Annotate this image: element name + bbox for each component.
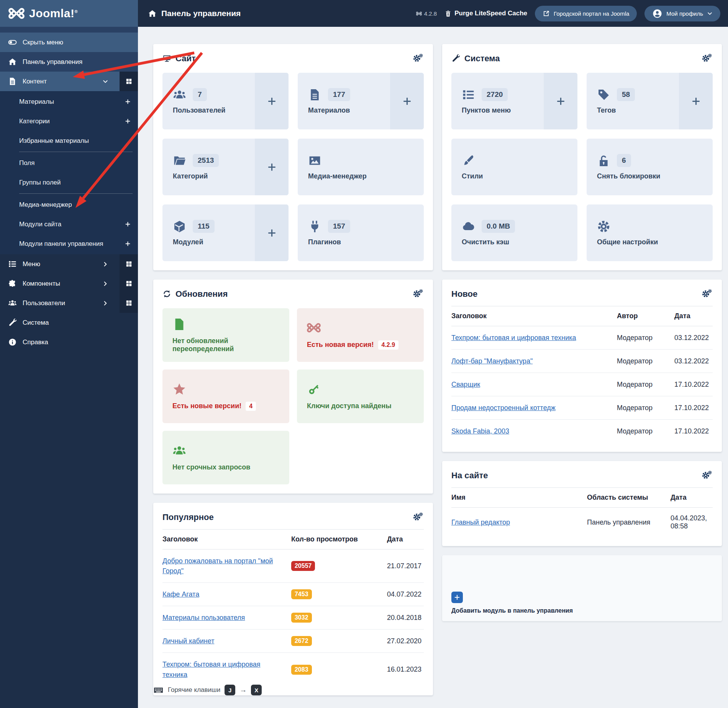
update-status-tile[interactable]: Нет срочных запросов xyxy=(162,431,289,484)
site-preview-button[interactable]: Городской портал на Joomla xyxy=(535,6,637,21)
panel-title: На сайте xyxy=(451,471,488,481)
table-row: Продам недостроенный коттедж Модератор 1… xyxy=(451,396,713,420)
dashboard-tile: 58 Тегов xyxy=(587,73,713,129)
add-module-card[interactable]: Добавить модуль в панель управления xyxy=(442,555,722,621)
tile-label: Общие настройки xyxy=(597,238,713,246)
page-title: Панель управления xyxy=(161,9,241,18)
submenu-item-label: Избранные материалы xyxy=(19,137,133,145)
dashboard-tile: 7 Пользователей xyxy=(162,73,289,129)
profile-menu-button[interactable]: Мой профиль xyxy=(644,6,720,21)
article-link[interactable]: Добро пожаловать на портал "мой Город" xyxy=(162,557,273,575)
tile-link[interactable]: 177 Материалов xyxy=(298,73,390,129)
update-status-tile[interactable]: Есть новые версии! 4 xyxy=(162,370,289,423)
article-link[interactable]: Skoda Fabia, 2003 xyxy=(451,427,509,435)
article-link[interactable]: Кафе Агата xyxy=(162,590,199,598)
article-link[interactable]: Сварщик xyxy=(451,381,480,388)
article-link[interactable]: Продам недостроенный коттедж xyxy=(451,404,556,412)
purge-cache-button[interactable]: Purge LiteSpeed Cache xyxy=(444,10,527,17)
panel-settings-icon[interactable] xyxy=(413,512,424,522)
user-link[interactable]: Главный редактор xyxy=(451,518,510,526)
article-link[interactable]: Лофт-бар "Мануфактура" xyxy=(451,357,533,365)
sidebar-item-system[interactable]: Система xyxy=(0,313,138,332)
article-link[interactable]: Личный кабинет xyxy=(162,637,214,645)
components-dashboard-button[interactable] xyxy=(120,274,138,293)
users-dashboard-button[interactable] xyxy=(120,293,138,313)
info-icon xyxy=(8,338,17,347)
dashboard-tile: Общие настройки xyxy=(587,204,713,261)
update-status-tile[interactable]: Ключи доступа найдены xyxy=(297,370,424,423)
submenu-item[interactable]: Медиа-менеджер xyxy=(0,195,138,214)
tile-link[interactable]: 0.0 MB Очистить кэш xyxy=(451,204,577,261)
sidebar-hide-menu[interactable]: Скрыть меню xyxy=(0,33,138,52)
tile-add-button[interactable] xyxy=(255,73,289,129)
hotkeys-hint: Горячие клавиши J → X xyxy=(153,685,262,695)
tile-link[interactable]: 58 Тегов xyxy=(587,73,679,129)
dashboard-tile: 177 Материалов xyxy=(298,73,424,129)
tile-link[interactable]: Общие настройки xyxy=(587,204,713,261)
panel-settings-icon[interactable] xyxy=(413,53,424,64)
submenu-item[interactable]: Модули панели управления xyxy=(0,234,138,253)
sidebar-item-menus[interactable]: Меню xyxy=(0,254,138,274)
date-cell: 16.01.2023 xyxy=(387,653,424,686)
date-cell: 03.12.2022 xyxy=(674,326,713,350)
tile-link[interactable]: 2720 Пунктов меню xyxy=(451,73,544,129)
views-badge: 20557 xyxy=(291,561,315,571)
tile-add-button[interactable] xyxy=(679,73,713,129)
add-new-icon[interactable] xyxy=(125,221,131,227)
submenu-item[interactable]: Материалы xyxy=(0,92,138,111)
submenu-item[interactable]: Поля xyxy=(0,153,138,173)
update-status-tile[interactable]: Есть новая версия! 4.2.9 xyxy=(297,308,424,362)
tile-link[interactable]: 157 Плагинов xyxy=(298,204,424,261)
tile-add-button[interactable] xyxy=(255,204,289,261)
date-cell: 04.07.2022 xyxy=(387,583,424,606)
submenu-item[interactable]: Избранные материалы xyxy=(0,131,138,150)
add-new-icon[interactable] xyxy=(125,118,131,124)
panel-settings-icon[interactable] xyxy=(702,470,713,481)
tile-label: Стили xyxy=(462,172,577,180)
tile-add-button[interactable] xyxy=(255,139,289,195)
article-link[interactable]: Техпром: бытовая и цифровая техника xyxy=(162,661,261,678)
grid-icon xyxy=(125,299,133,307)
tile-add-button[interactable] xyxy=(390,73,424,129)
panel-settings-icon[interactable] xyxy=(413,289,424,299)
tile-label: Очистить кэш xyxy=(462,238,577,246)
submenu-item[interactable]: Модули сайта xyxy=(0,214,138,234)
tile-add-button[interactable] xyxy=(544,73,577,129)
tile-link[interactable]: 2513 Категорий xyxy=(162,139,255,195)
joomla-icon xyxy=(307,321,321,335)
sidebar-item-components[interactable]: Компоненты xyxy=(0,274,138,293)
sidebar-item-help[interactable]: Справка xyxy=(0,332,138,352)
article-link[interactable]: Техпром: бытовая и цифровая техника xyxy=(451,334,576,342)
grid-icon xyxy=(125,78,133,85)
add-new-icon[interactable] xyxy=(125,98,131,105)
submenu-item[interactable]: Группы полей xyxy=(0,173,138,192)
submenu-divider xyxy=(19,193,133,194)
sidebar-item-content[interactable]: Контент xyxy=(0,72,138,91)
tile-link[interactable]: 6 Снять блокировки xyxy=(587,139,713,195)
views-badge: 2083 xyxy=(291,665,312,675)
cloud-icon xyxy=(462,220,475,233)
sidebar-item-users[interactable]: Пользователи xyxy=(0,293,138,313)
main-content: Сайт 7 Пользователей xyxy=(138,27,728,695)
tile-link[interactable]: Стили xyxy=(451,139,577,195)
update-status-tile[interactable]: Нет обновлений переопределений xyxy=(162,308,289,362)
external-link-icon xyxy=(543,10,550,17)
article-link[interactable]: Материалы пользователя xyxy=(162,614,245,621)
panel-settings-icon[interactable] xyxy=(702,289,713,299)
tile-link[interactable]: 7 Пользователей xyxy=(162,73,255,129)
add-new-icon[interactable] xyxy=(125,240,131,247)
panel-popular: Популярное Заголовок Кол-во просмотров Д… xyxy=(153,503,433,695)
tile-count-badge: 6 xyxy=(617,154,631,167)
content-dashboard-button[interactable] xyxy=(120,72,138,91)
add-module-button[interactable] xyxy=(451,592,463,603)
chevron-right-icon xyxy=(102,261,108,267)
column-header: Заголовок xyxy=(451,306,617,326)
tile-link[interactable]: 115 Модулей xyxy=(162,204,255,261)
panel-settings-icon[interactable] xyxy=(702,53,713,64)
tile-link[interactable]: Медиа-менеджер xyxy=(298,139,424,195)
menus-dashboard-button[interactable] xyxy=(120,254,138,274)
submenu-item[interactable]: Категории xyxy=(0,111,138,131)
column-header: Имя xyxy=(451,488,587,508)
unlock-icon xyxy=(597,154,610,167)
sidebar-item-dashboard[interactable]: Панель управления xyxy=(0,52,138,72)
